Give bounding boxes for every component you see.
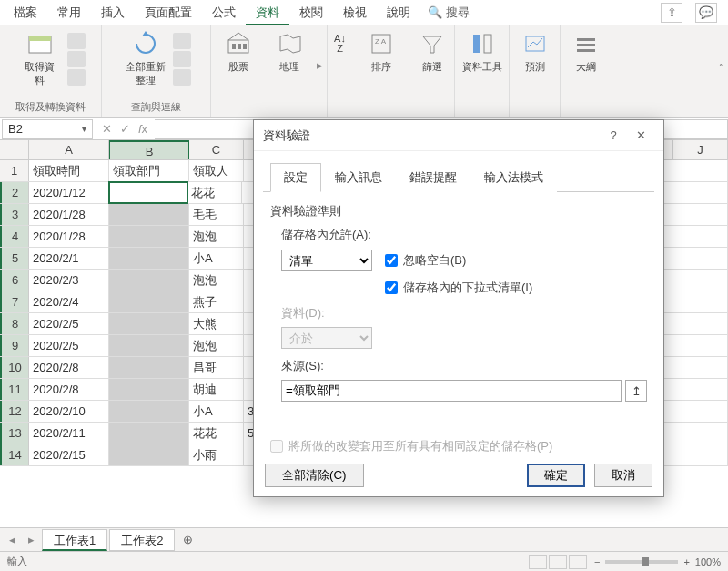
row-header[interactable]: 8	[0, 313, 29, 334]
tab-data[interactable]: 資料	[246, 0, 289, 25]
sheet-tab-2[interactable]: 工作表2	[109, 529, 175, 551]
cancel-button[interactable]: 取消	[594, 464, 652, 487]
cell[interactable]: 小A	[189, 248, 244, 269]
ignore-blank-checkbox[interactable]	[385, 254, 398, 267]
cell[interactable]: 大熊	[189, 313, 244, 334]
cell[interactable]	[109, 270, 189, 291]
tab-insert[interactable]: 插入	[91, 0, 135, 25]
view-pagebreak-icon[interactable]	[569, 555, 587, 569]
sort-az-button[interactable]: A↓Z	[327, 29, 354, 58]
row-header[interactable]: 6	[0, 270, 29, 291]
cell[interactable]: 2020/2/1	[29, 248, 109, 269]
dialog-tab-input[interactable]: 輸入訊息	[321, 163, 396, 192]
row-header[interactable]: 1	[0, 160, 29, 181]
col-header-j[interactable]: J	[673, 140, 728, 159]
col-header-c[interactable]: C	[189, 140, 244, 159]
view-pagelayout-icon[interactable]	[549, 555, 567, 569]
view-normal-icon[interactable]	[529, 555, 547, 569]
zoom-level[interactable]: 100%	[695, 556, 721, 567]
zoom-out-icon[interactable]: −	[594, 556, 600, 567]
range-selector-icon[interactable]: ↥	[625, 380, 647, 402]
tab-formulas[interactable]: 公式	[202, 0, 246, 25]
cell[interactable]	[109, 313, 189, 334]
stocks-button[interactable]: 股票	[215, 29, 262, 74]
cell[interactable]	[109, 335, 189, 356]
enter-formula-icon[interactable]: ✓	[116, 122, 133, 136]
cell[interactable]: 領取時間	[29, 160, 109, 181]
cell[interactable]: 2020/2/11	[29, 423, 109, 444]
row-header[interactable]: 4	[0, 226, 29, 247]
allow-select[interactable]: 清單	[281, 250, 372, 271]
sort-button[interactable]: Z A 排序	[358, 29, 405, 74]
cell[interactable]: 2020/1/28	[29, 204, 109, 225]
sheet-nav-prev-icon[interactable]: ◂	[4, 533, 21, 546]
row-header[interactable]: 3	[0, 204, 29, 225]
help-icon[interactable]: ?	[600, 128, 627, 142]
cell[interactable]	[108, 181, 188, 204]
cell[interactable]	[109, 248, 189, 269]
sheet-nav-next-icon[interactable]: ▸	[23, 533, 40, 546]
share-icon[interactable]: ⇪	[661, 3, 682, 23]
outline-button[interactable]: 大綱	[562, 29, 610, 74]
forecast-button[interactable]: 預測	[511, 29, 559, 74]
cell[interactable]	[109, 291, 189, 312]
refresh-all-button[interactable]: 全部重新整理	[122, 29, 169, 87]
source-input[interactable]	[281, 380, 622, 402]
chevron-down-icon[interactable]: ▾	[82, 124, 86, 134]
cell[interactable]: 2020/2/8	[29, 357, 109, 378]
row-header[interactable]: 11	[0, 379, 29, 400]
cell[interactable]: 領取部門	[109, 160, 189, 181]
cell[interactable]	[109, 226, 189, 247]
row-header[interactable]: 9	[0, 335, 29, 356]
close-icon[interactable]: ✕	[627, 128, 654, 142]
geography-button[interactable]: 地理	[266, 29, 313, 74]
cell[interactable]: 花花	[187, 182, 242, 203]
zoom-slider[interactable]	[605, 560, 678, 564]
cell[interactable]: 小A	[189, 401, 244, 422]
col-header-b[interactable]: B	[109, 140, 189, 159]
cell[interactable]: 2020/2/8	[29, 379, 109, 400]
row-header[interactable]: 7	[0, 291, 29, 312]
zoom-in-icon[interactable]: +	[683, 556, 689, 567]
row-header[interactable]: 2	[0, 182, 29, 203]
cell[interactable]	[109, 444, 189, 465]
cell[interactable]	[109, 379, 189, 400]
tab-view[interactable]: 檢視	[333, 0, 377, 25]
comments-icon[interactable]: 💬	[695, 3, 717, 23]
cell[interactable]: 泡泡	[189, 226, 244, 247]
row-header[interactable]: 12	[0, 401, 29, 422]
cell[interactable]: 泡泡	[189, 270, 244, 291]
cell[interactable]: 2020/2/5	[29, 313, 109, 334]
cell[interactable]: 昌哥	[189, 357, 244, 378]
dialog-tab-settings[interactable]: 設定	[270, 163, 321, 192]
sheet-tab-1[interactable]: 工作表1	[42, 529, 107, 551]
row-header[interactable]: 14	[0, 444, 29, 465]
tab-file[interactable]: 檔案	[4, 0, 47, 25]
queries-small-buttons[interactable]	[173, 29, 191, 86]
cell[interactable]: 胡迪	[189, 379, 244, 400]
ribbon-collapse-icon[interactable]: ˄	[718, 62, 724, 76]
row-header[interactable]: 5	[0, 248, 29, 269]
cell[interactable]: 泡泡	[189, 335, 244, 356]
cell[interactable]: 2020/2/4	[29, 291, 109, 312]
get-data-small-buttons[interactable]	[67, 29, 86, 86]
col-header-a[interactable]: A	[29, 140, 109, 159]
dialog-tab-error[interactable]: 錯誤提醒	[396, 163, 470, 192]
cell[interactable]: 小雨	[189, 444, 244, 465]
in-cell-dropdown-checkbox[interactable]	[385, 281, 398, 294]
tab-help[interactable]: 說明	[377, 0, 420, 25]
cell[interactable]	[109, 401, 189, 422]
cell[interactable]: 2020/2/10	[29, 401, 109, 422]
data-tools-button[interactable]: 資料工具	[459, 29, 506, 74]
cell[interactable]: 領取人	[189, 160, 244, 181]
cell[interactable]: 花花	[189, 423, 244, 444]
cell[interactable]: 2020/1/28	[29, 226, 109, 247]
cell[interactable]	[109, 204, 189, 225]
ribbon-search[interactable]: 🔍 搜尋	[420, 5, 477, 21]
row-header[interactable]: 10	[0, 357, 29, 378]
name-box[interactable]: B2▾	[2, 119, 93, 139]
cell[interactable]	[109, 423, 189, 444]
cell[interactable]: 2020/2/5	[29, 335, 109, 356]
select-all-corner[interactable]	[0, 140, 29, 159]
add-sheet-icon[interactable]: ⊕	[177, 533, 198, 546]
